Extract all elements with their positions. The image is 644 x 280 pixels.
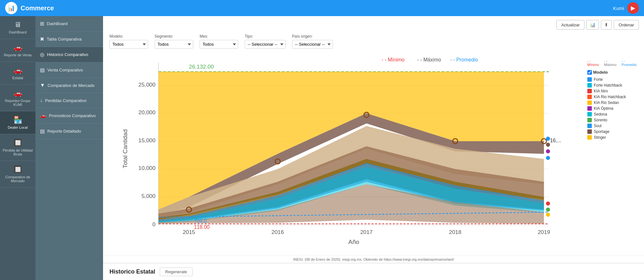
chart-icon-button[interactable]: 📊 bbox=[586, 20, 599, 30]
sec-pronosticos-icon: 🚗 bbox=[40, 113, 46, 119]
svg-point-47 bbox=[546, 156, 550, 160]
sidebar-label-estatal: Estatal bbox=[12, 76, 23, 80]
sec-tabla-label: Tabla Comparativa bbox=[47, 37, 81, 42]
upload-icon-button[interactable]: ⬆ bbox=[601, 20, 612, 30]
sec-perdidas-label: Perdidas Comparativo bbox=[45, 98, 87, 103]
ordenar-button[interactable]: Ordenar bbox=[614, 20, 639, 30]
perdida-icon: 🔲 bbox=[14, 139, 22, 147]
sidebar-item-estatal[interactable]: 🚗 Estatal bbox=[0, 62, 35, 85]
sec-item-perdidas[interactable]: ↓ Perdidas Comparativo bbox=[35, 93, 103, 108]
toolbar: Actualizar 📊 ⬆ Ordenar bbox=[103, 16, 644, 32]
sidebar-item-reporteo-grupo[interactable]: 🚗 Reporteo Grupo KUMI bbox=[0, 85, 35, 111]
svg-text:- - Máximo: - - Máximo bbox=[417, 57, 441, 62]
sec-historico-label: Historico Comparativo bbox=[47, 52, 88, 57]
filter-segmento: Segmento: Todos bbox=[155, 34, 193, 49]
legend-item-kia-rio-sedan: KIA Rio Sedan bbox=[587, 100, 639, 105]
sidebar-label-reporte-venta: Reporte de Venta bbox=[4, 53, 32, 57]
nav-arrow[interactable]: ▶ bbox=[627, 2, 639, 14]
legend-title: Modelo bbox=[587, 70, 639, 75]
svg-point-48 bbox=[546, 201, 550, 206]
regenerate-button[interactable]: Regenerate bbox=[160, 267, 193, 276]
legend-title-label: Modelo bbox=[593, 70, 608, 75]
filter-pais-select[interactable]: -- Seleccionar -- bbox=[292, 40, 333, 49]
sportage-color bbox=[587, 129, 592, 134]
filter-segmento-label: Segmento: bbox=[155, 34, 193, 39]
chart-legend: - - Mínimo - - Máximo - - Promedio Model… bbox=[587, 52, 639, 255]
app-title: Commerce bbox=[21, 5, 54, 12]
upload-icon: ⬆ bbox=[604, 22, 608, 27]
legend-item-soul: Soul bbox=[587, 124, 639, 128]
svg-text:2019: 2019 bbox=[538, 229, 550, 235]
header-right: Kumi ▶ bbox=[613, 2, 639, 14]
sec-item-dashboard[interactable]: ⊞ DashBoard bbox=[35, 16, 103, 32]
kia-rio-sedan-color bbox=[587, 100, 592, 105]
sidebar-label-comparativo: Comparativo de Mercado bbox=[1, 175, 34, 183]
legend-item-kia-optima: KIA Óptima bbox=[587, 106, 639, 111]
sec-item-pronosticos[interactable]: 🚗 Pronosticos Comparativo bbox=[35, 108, 103, 124]
sec-reporte-icon: ▤ bbox=[40, 128, 45, 134]
kia-niro-color bbox=[587, 89, 592, 93]
filters-bar: Modelo: Todos Segmento: Todos Mes: Todos… bbox=[103, 32, 644, 52]
legend-item-forte: Forte bbox=[587, 77, 639, 82]
chart-wrapper: - - Mínimo - - Máximo - - Promedio 0 5,0… bbox=[108, 52, 584, 255]
soul-label: Soul bbox=[594, 124, 601, 128]
kia-optima-label: KIA Óptima bbox=[594, 106, 613, 111]
svg-text:2018: 2018 bbox=[449, 229, 461, 235]
sidebar-item-reporte-venta[interactable]: 🚗 Reporte de Venta bbox=[0, 39, 35, 62]
sidebar-label-dealer: Dealer Local bbox=[8, 126, 28, 129]
sidebar-item-perdida-utilidad[interactable]: 🔲 Pérdida de Utilidad Bruta bbox=[0, 134, 35, 161]
filter-tipo-select[interactable]: -- Seleccionar -- bbox=[245, 40, 286, 49]
legend-item-sportage: Sportage bbox=[587, 129, 639, 134]
sidebar-item-dealer-local[interactable]: 🏪 Dealer Local bbox=[0, 111, 35, 134]
svg-text:10,000: 10,000 bbox=[138, 165, 156, 171]
comparativo-icon: 🔲 bbox=[14, 165, 22, 174]
user-name: Kumi bbox=[613, 5, 624, 11]
filter-modelo-label: Modelo: bbox=[109, 34, 148, 39]
svg-text:26,132.00: 26,132.00 bbox=[189, 63, 214, 70]
sec-item-reporte-detallado[interactable]: ▤ Reporte Detallado bbox=[35, 124, 103, 139]
filter-mes-select[interactable]: Todos bbox=[200, 40, 238, 49]
svg-text:709.0: 709.0 bbox=[194, 218, 207, 224]
filter-pais-origen: País origen: -- Seleccionar -- bbox=[292, 34, 333, 49]
dealer-icon: 🏪 bbox=[14, 116, 22, 124]
sec-item-tabla-comparativa[interactable]: ✖ Tabla Comparativa bbox=[35, 32, 103, 47]
actualizar-button[interactable]: Actualizar bbox=[556, 20, 584, 30]
svg-point-45 bbox=[546, 143, 550, 147]
filter-modelo-select[interactable]: Todos bbox=[109, 40, 148, 49]
sec-item-comparativo-mercado[interactable]: ▼ Comparativo de Mercado bbox=[35, 78, 103, 93]
sec-comp-mercado-icon: ▼ bbox=[40, 82, 45, 88]
primary-sidebar: 🖥 DashBoard 🚗 Reporte de Venta 🚗 Estatal… bbox=[0, 16, 35, 280]
sidebar-label-dashboard: DashBoard bbox=[9, 30, 26, 34]
svg-text:- - Promedio: - - Promedio bbox=[450, 57, 478, 62]
legend-item-kia-rio-hatchback: KIA Rio Hatchback bbox=[587, 95, 639, 99]
svg-point-46 bbox=[546, 149, 550, 154]
sec-dashboard-label: DashBoard bbox=[47, 21, 68, 26]
forte-hatchback-label: Forte Hatchback bbox=[594, 83, 622, 88]
main-content: Actualizar 📊 ⬆ Ordenar Modelo: Todos Seg… bbox=[103, 16, 644, 280]
legend-modelo-checkbox[interactable] bbox=[587, 70, 592, 75]
svg-text:118.00: 118.00 bbox=[194, 224, 210, 230]
sec-item-historico-comparativo[interactable]: ◎ Historico Comparativo bbox=[35, 47, 103, 62]
main-layout: 🖥 DashBoard 🚗 Reporte de Venta 🚗 Estatal… bbox=[0, 16, 644, 280]
sorento-color bbox=[587, 118, 592, 122]
legend-item-sorento: Sorento bbox=[587, 118, 639, 122]
svg-text:2016: 2016 bbox=[271, 229, 284, 235]
stinger-label: Stinger bbox=[594, 135, 606, 140]
legend-refs: - - Mínimo - - Máximo - - Promedio bbox=[587, 59, 639, 67]
secondary-sidebar: ⊞ DashBoard ✖ Tabla Comparativa ◎ Histor… bbox=[35, 16, 103, 280]
filter-mes-label: Mes: bbox=[200, 34, 238, 39]
svg-text:Total Cantidad: Total Cantidad bbox=[122, 129, 128, 168]
sidebar-item-comparativo-mercado[interactable]: 🔲 Comparativo de Mercado bbox=[0, 161, 35, 188]
kia-rio-hatchback-color bbox=[587, 95, 592, 99]
svg-text:0: 0 bbox=[152, 221, 156, 228]
filter-segmento-select[interactable]: Todos bbox=[155, 40, 193, 49]
app-logo: 📊 bbox=[5, 2, 17, 14]
sidebar-item-dashboard[interactable]: 🖥 DashBoard bbox=[0, 16, 35, 39]
sedona-color bbox=[587, 112, 592, 117]
svg-text:Año: Año bbox=[348, 238, 359, 245]
sorento-label: Sorento bbox=[594, 118, 607, 122]
kia-optima-color bbox=[587, 106, 592, 111]
svg-point-49 bbox=[546, 208, 550, 212]
sec-item-venta-comparativo[interactable]: ▤ Venta Comparativo bbox=[35, 62, 103, 78]
sec-perdidas-icon: ↓ bbox=[40, 98, 43, 103]
